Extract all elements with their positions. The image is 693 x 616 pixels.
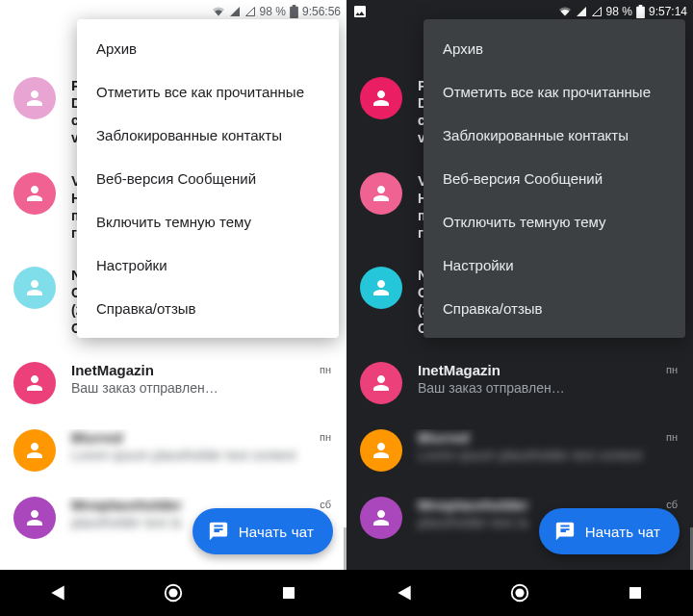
conversation-time: пн — [666, 364, 678, 375]
avatar — [360, 362, 402, 404]
chat-icon — [208, 521, 229, 542]
conversation-title: InetMagazin — [418, 362, 678, 379]
conversation-time: пн — [666, 431, 678, 443]
avatar — [13, 77, 56, 119]
nav-back-button[interactable] — [385, 574, 424, 612]
menu-disable-dark-theme[interactable]: Отключить темную тему — [424, 200, 685, 244]
menu-settings[interactable]: Настройки — [424, 244, 685, 287]
signal-empty-icon — [244, 6, 256, 17]
signal-empty-icon — [591, 6, 603, 17]
menu-archive[interactable]: Архив — [77, 27, 339, 70]
conversation-preview: Lorem ipsum placeholder text content — [418, 447, 678, 464]
conversation-item[interactable]: Blurred Lorem ipsum placeholder text con… — [346, 420, 693, 487]
battery-text: 98 % — [260, 5, 286, 18]
image-indicator-icon — [352, 4, 368, 23]
menu-blocked-contacts[interactable]: Заблокированные контакты — [77, 114, 339, 157]
conversation-preview: Ваш заказ отправлен… — [418, 379, 678, 397]
nav-back-button[interactable] — [38, 574, 77, 612]
conversation-title: InetMagazin — [71, 362, 331, 379]
menu-settings[interactable]: Настройки — [77, 244, 339, 287]
conversation-time: сб — [320, 499, 331, 510]
conversation-preview: Ваш заказ отправлен… — [71, 379, 331, 397]
avatar — [13, 172, 56, 215]
svg-rect-1 — [293, 5, 296, 8]
conversation-time: пн — [320, 364, 331, 375]
navigation-bar — [346, 570, 693, 616]
menu-help-feedback[interactable]: Справка/отзыв — [424, 287, 685, 330]
signal-icon — [576, 6, 587, 17]
screen-dark: 98 % 9:57:14 Pr Dlychvv Vo Heпогр No Ot(… — [346, 0, 693, 616]
wifi-icon — [212, 6, 225, 17]
conversation-title: Blurred — [418, 429, 678, 447]
conversation-title: Blurred — [71, 429, 331, 447]
fab-label: Начать чат — [585, 524, 660, 540]
battery-icon — [290, 5, 298, 18]
battery-text: 98 % — [606, 5, 632, 18]
avatar — [360, 172, 402, 215]
svg-rect-5 — [636, 7, 645, 18]
avatar — [13, 429, 56, 472]
avatar — [13, 497, 56, 539]
screen-light: 98 % 9:56:56 Pr Dlychvv Vo Heпогр No Ot(… — [0, 0, 346, 616]
svg-point-3 — [168, 588, 177, 597]
battery-icon — [636, 5, 645, 18]
menu-enable-dark-theme[interactable]: Включить темную тему — [77, 200, 339, 244]
conversation-item[interactable]: InetMagazin Ваш заказ отправлен… пн — [346, 352, 693, 420]
svg-rect-9 — [629, 587, 641, 599]
signal-icon — [229, 6, 241, 17]
start-chat-fab[interactable]: Начать чат — [192, 508, 333, 554]
start-chat-fab[interactable]: Начать чат — [539, 508, 680, 554]
menu-blocked-contacts[interactable]: Заблокированные контакты — [424, 114, 685, 157]
clock-text: 9:56:56 — [302, 5, 341, 18]
avatar — [360, 429, 402, 472]
chat-icon — [554, 521, 576, 542]
menu-mark-all-read[interactable]: Отметить все как прочитанные — [77, 70, 339, 114]
conversation-time: сб — [666, 499, 678, 510]
navigation-bar — [0, 570, 346, 616]
avatar — [360, 497, 402, 539]
avatar — [13, 267, 56, 309]
conversation-preview: Lorem ipsum placeholder text content — [71, 447, 331, 464]
svg-rect-4 — [283, 587, 295, 599]
menu-web-messages[interactable]: Веб-версия Сообщений — [77, 157, 339, 200]
avatar — [13, 362, 56, 404]
nav-recents-button[interactable] — [616, 574, 654, 612]
svg-rect-0 — [290, 7, 298, 18]
conversation-item[interactable]: InetMagazin Ваш заказ отправлен… пн — [0, 352, 346, 420]
conversation-time: пн — [320, 431, 331, 443]
nav-home-button[interactable] — [500, 574, 539, 612]
conversation-item[interactable]: Blurred Lorem ipsum placeholder text con… — [0, 420, 346, 487]
overflow-menu: Архив Отметить все как прочитанные Забло… — [424, 19, 685, 338]
fab-label: Начать чат — [239, 524, 314, 540]
menu-web-messages[interactable]: Веб-версия Сообщений — [424, 157, 685, 200]
overflow-menu: Архив Отметить все как прочитанные Забло… — [77, 19, 339, 338]
avatar — [360, 267, 402, 309]
wifi-icon — [558, 6, 572, 17]
clock-text: 9:57:14 — [649, 5, 687, 18]
menu-mark-all-read[interactable]: Отметить все как прочитанные — [424, 70, 685, 114]
avatar — [360, 77, 402, 119]
svg-point-8 — [515, 588, 524, 597]
menu-help-feedback[interactable]: Справка/отзыв — [77, 287, 339, 330]
menu-archive[interactable]: Архив — [424, 27, 685, 70]
nav-home-button[interactable] — [154, 574, 192, 612]
svg-rect-6 — [639, 5, 643, 8]
nav-recents-button[interactable] — [270, 574, 308, 612]
